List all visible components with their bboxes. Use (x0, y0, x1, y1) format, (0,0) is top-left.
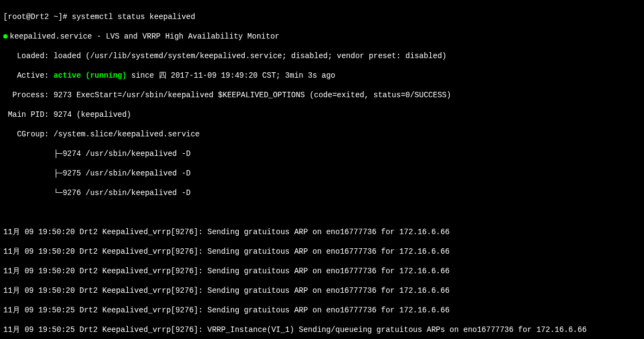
process-line: Process: 9273 ExecStart=/usr/sbin/keepal… (3, 90, 641, 100)
loaded-line: Loaded: loaded (/usr/lib/systemd/system/… (3, 51, 641, 61)
active-prefix: Active: (3, 71, 53, 80)
blank-line (3, 208, 641, 217)
cgroup-tree-3: └─9276 /usr/sbin/keepalived -D (3, 188, 641, 198)
service-header-line: keepalived.service - LVS and VRRP High A… (3, 32, 641, 41)
prompt-line-1: [root@Drt2 ~]# systemctl status keepaliv… (3, 12, 641, 22)
service-title: keepalived.service - LVS and VRRP High A… (10, 32, 280, 41)
log-line: 11月 09 19:50:25 Drt2 Keepalived_vrrp[927… (3, 305, 641, 315)
active-suffix: since 四 2017-11-09 19:49:20 CST; 3min 3s… (127, 71, 336, 80)
command-text: systemctl status keepalived (72, 12, 195, 21)
active-line: Active: active (running) since 四 2017-11… (3, 71, 641, 80)
terminal-output[interactable]: [root@Drt2 ~]# systemctl status keepaliv… (0, 0, 644, 339)
active-state: active (running) (53, 71, 126, 80)
log-line: 11月 09 19:50:20 Drt2 Keepalived_vrrp[927… (3, 266, 641, 276)
prompt-user-host: [root@Drt2 ~]# (3, 12, 72, 21)
cgroup-tree-1: ├─9274 /usr/sbin/keepalived -D (3, 149, 641, 159)
log-line: 11月 09 19:50:20 Drt2 Keepalived_vrrp[927… (3, 286, 641, 296)
log-line: 11月 09 19:50:20 Drt2 Keepalived_vrrp[927… (3, 247, 641, 256)
log-line: 11月 09 19:50:20 Drt2 Keepalived_vrrp[927… (3, 227, 641, 237)
log-line: 11月 09 19:50:25 Drt2 Keepalived_vrrp[927… (3, 325, 641, 335)
cgroup-line: CGroup: /system.slice/keepalived.service (3, 129, 641, 139)
cgroup-tree-2: ├─9275 /usr/sbin/keepalived -D (3, 168, 641, 178)
main-pid-line: Main PID: 9274 (keepalived) (3, 110, 641, 120)
status-dot-icon (3, 34, 8, 39)
